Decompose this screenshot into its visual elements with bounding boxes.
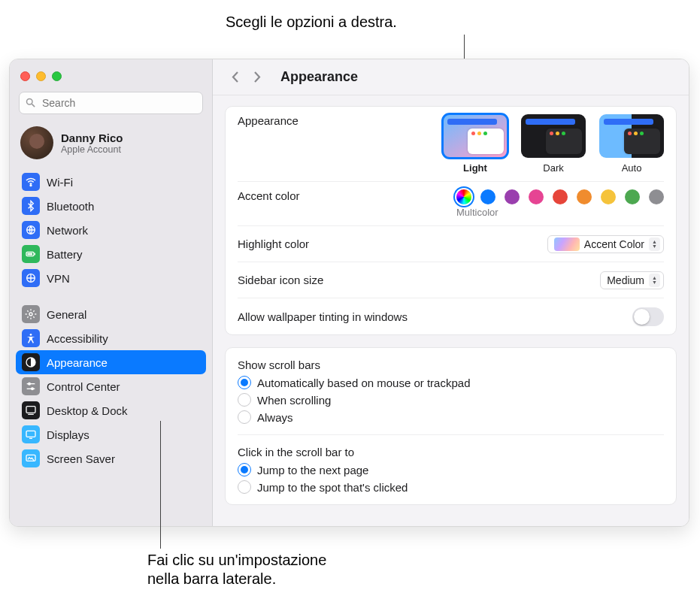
zoom-icon[interactable] — [52, 71, 62, 81]
accent-swatch[interactable] — [456, 189, 471, 204]
sidebar-item-network[interactable]: Network — [16, 218, 206, 242]
accent-swatch[interactable] — [649, 189, 664, 204]
sidebar-item-label: Appearance — [47, 356, 108, 369]
svg-point-8 — [29, 313, 32, 316]
sidebar-item-desktop-dock[interactable]: Desktop & Dock — [16, 398, 206, 422]
appearance-option-light[interactable]: Light — [443, 114, 508, 174]
page-title: Appearance — [280, 69, 358, 85]
sidebar-item-general[interactable]: General — [16, 302, 206, 326]
sidebar-item-label: Control Center — [47, 380, 120, 393]
accent-swatch[interactable] — [505, 189, 520, 204]
accent-swatch[interactable] — [577, 189, 592, 204]
appearance-option-dark[interactable]: Dark — [521, 114, 586, 174]
content: Appearance LightDarkAuto Accent color Mu… — [213, 95, 689, 516]
avatar — [20, 126, 53, 159]
annotation-bottom: Fai clic su un'impostazione nella barra … — [147, 551, 326, 588]
tinting-row: Allow wallpaper tinting in windows — [238, 298, 664, 334]
annotation-top: Scegli le opzioni a destra. — [226, 14, 397, 31]
appearance-preview — [599, 114, 664, 158]
sidebar-item-label: Screen Saver — [47, 452, 115, 465]
sidebar-item-label: Desktop & Dock — [47, 404, 128, 417]
sidebar-item-appearance[interactable]: Appearance — [16, 350, 206, 374]
sidebar-item-displays[interactable]: Displays — [16, 422, 206, 446]
sliders-icon — [22, 377, 40, 395]
clickbar-radio[interactable]: Jump to the next page — [238, 463, 664, 476]
sidebar-item-battery[interactable]: Battery — [16, 242, 206, 266]
sidebar-item-label: General — [47, 308, 86, 321]
minimize-icon[interactable] — [36, 71, 46, 81]
battery-icon — [22, 245, 40, 263]
window-controls — [10, 65, 212, 92]
svg-point-2 — [30, 185, 32, 186]
svg-point-14 — [32, 388, 34, 390]
sidebar: Danny Rico Apple Account Wi-FiBluetoothN… — [10, 59, 213, 526]
highlight-row: Highlight color Accent Color ▲▼ — [238, 226, 664, 262]
account-sub: Apple Account — [61, 144, 123, 155]
sidebar-item-label: Network — [47, 224, 88, 237]
accent-row: Accent color Multicolor — [238, 182, 664, 226]
highlight-select[interactable]: Accent Color ▲▼ — [547, 235, 664, 253]
appearance-preview — [443, 114, 508, 158]
radio-icon — [238, 410, 251, 424]
search-input[interactable] — [19, 92, 203, 114]
appearance-preview — [521, 114, 586, 158]
sidebar-item-bluetooth[interactable]: Bluetooth — [16, 194, 206, 218]
scrollbars-radio[interactable]: Automatically based on mouse or trackpad — [238, 376, 664, 389]
appearance-option-auto[interactable]: Auto — [599, 114, 664, 174]
nav-back-button[interactable] — [226, 68, 243, 87]
highlight-label: Highlight color — [238, 237, 309, 250]
iconsize-label: Sidebar icon size — [238, 274, 323, 286]
sidebar-item-label: Displays — [47, 428, 89, 441]
sidebar-item-accessibility[interactable]: Accessibility — [16, 326, 206, 350]
appearance-option-label: Dark — [543, 162, 563, 174]
svg-point-0 — [27, 99, 33, 105]
svg-point-13 — [29, 383, 31, 385]
accent-swatch[interactable] — [553, 189, 568, 204]
appearance-card: Appearance LightDarkAuto Accent color Mu… — [225, 106, 677, 335]
sidebar-item-control-center[interactable]: Control Center — [16, 374, 206, 398]
close-icon[interactable] — [20, 71, 30, 81]
tinting-label: Allow wallpaper tinting in windows — [238, 310, 408, 323]
scrollbars-radio[interactable]: Always — [238, 410, 664, 424]
clickbar-group: Click in the scroll bar to Jump to the n… — [238, 435, 664, 504]
accent-swatch[interactable] — [529, 189, 544, 204]
highlight-value: Accent Color — [584, 238, 644, 250]
svg-rect-6 — [27, 253, 32, 256]
appearance-option-label: Auto — [622, 162, 642, 174]
iconsize-row: Sidebar icon size Medium ▲▼ — [238, 262, 664, 298]
appearance-row: Appearance LightDarkAuto — [238, 107, 664, 182]
account-name: Danny Rico — [61, 132, 123, 144]
accent-swatch[interactable] — [480, 189, 495, 204]
chevron-updown-icon: ▲▼ — [649, 237, 660, 251]
accent-swatch[interactable] — [625, 189, 640, 204]
sidebar-item-label: Bluetooth — [47, 200, 94, 213]
clickbar-radio[interactable]: Jump to the spot that's clicked — [238, 480, 664, 494]
sidebar-item-wi-fi[interactable]: Wi-Fi — [16, 170, 206, 194]
scrolling-card: Show scroll bars Automatically based on … — [225, 347, 677, 505]
radio-icon — [238, 480, 251, 494]
saver-icon — [22, 449, 40, 467]
svg-point-9 — [30, 334, 32, 336]
svg-rect-15 — [26, 407, 35, 413]
scrollbars-header: Show scroll bars — [238, 358, 664, 371]
scrollbars-radio[interactable]: When scrolling — [238, 393, 664, 407]
radio-label: Jump to the spot that's clicked — [257, 481, 408, 494]
accent-label: Accent color — [238, 189, 300, 202]
sidebar-item-vpn[interactable]: VPN — [16, 266, 206, 290]
search-field[interactable] — [19, 92, 203, 114]
accent-swatch[interactable] — [601, 189, 616, 204]
sidebar-list: Wi-FiBluetoothNetworkBatteryVPNGeneralAc… — [10, 170, 212, 470]
radio-icon — [238, 463, 251, 476]
radio-icon — [238, 376, 251, 389]
clickbar-header: Click in the scroll bar to — [238, 446, 664, 458]
access-icon — [22, 329, 40, 347]
nav-forward-button[interactable] — [249, 68, 265, 87]
tinting-toggle[interactable] — [632, 307, 664, 326]
accent-swatches — [456, 189, 664, 204]
sidebar-item-screen-saver[interactable]: Screen Saver — [16, 446, 206, 470]
svg-rect-16 — [28, 414, 34, 415]
iconsize-select[interactable]: Medium ▲▼ — [600, 271, 664, 289]
account-row[interactable]: Danny Rico Apple Account — [10, 122, 212, 170]
display-icon — [22, 425, 40, 443]
settings-window: Danny Rico Apple Account Wi-FiBluetoothN… — [9, 59, 689, 527]
